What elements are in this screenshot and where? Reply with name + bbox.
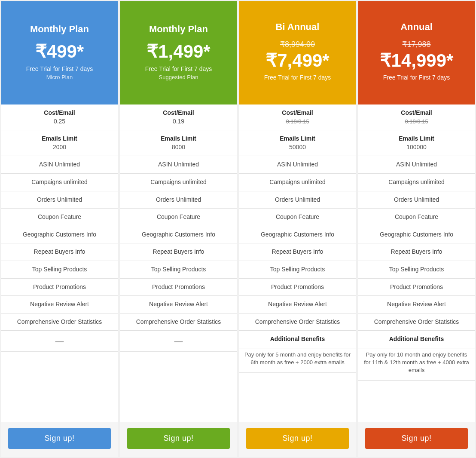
feature-row: Comprehensive Order Statistics bbox=[120, 314, 237, 331]
feature-row: Orders Unlimited bbox=[1, 191, 118, 209]
feature-row: Top Selling Products bbox=[239, 261, 356, 279]
signup-button-biannual[interactable]: Sign up! bbox=[246, 428, 349, 449]
signup-button-micro[interactable]: Sign up! bbox=[8, 428, 111, 449]
additional-benefits-label: Additional Benefits bbox=[358, 331, 475, 348]
feature-row: Repeat Buyers Info bbox=[120, 243, 237, 261]
plan-original-price: ₹17,988 bbox=[402, 40, 430, 49]
feature-row: Repeat Buyers Info bbox=[358, 243, 475, 261]
plan-features: Cost/Email0.18/0.15Emails Limit100000ASI… bbox=[358, 105, 475, 422]
plan-trial: Free Trial for First 7 days bbox=[383, 74, 450, 81]
plan-col-micro: Monthly Plan₹499*Free Trial for First 7 … bbox=[1, 1, 118, 457]
emails-limit-row: Emails Limit8000 bbox=[120, 130, 237, 156]
plan-header-annual: Annual₹17,988₹14,999*Free Trial for Firs… bbox=[358, 1, 475, 105]
plan-header-biannual: Bi Annual₹8,994.00₹7,499*Free Trial for … bbox=[239, 1, 356, 105]
plan-price: ₹1,499* bbox=[146, 42, 210, 61]
feature-row: Geographic Customers Info bbox=[239, 226, 356, 244]
feature-row: ASIN Unlimited bbox=[239, 156, 356, 174]
emails-limit-row: Emails Limit2000 bbox=[1, 130, 118, 156]
plan-footer: Sign up! bbox=[1, 422, 118, 457]
plan-original-price: ₹8,994.00 bbox=[280, 40, 315, 49]
feature-row: ASIN Unlimited bbox=[120, 156, 237, 174]
plan-price: ₹14,999* bbox=[380, 51, 454, 71]
feature-row: Negative Review Alert bbox=[1, 296, 118, 314]
feature-row: Orders Unlimited bbox=[239, 191, 356, 209]
feature-row: Comprehensive Order Statistics bbox=[1, 314, 118, 331]
plan-name: Bi Annual bbox=[276, 22, 320, 33]
no-additional-benefits: — bbox=[1, 331, 118, 352]
plan-price: ₹499* bbox=[35, 42, 84, 61]
plan-features: Cost/Email0.18/0.15Emails Limit50000ASIN… bbox=[239, 105, 356, 422]
feature-row: Comprehensive Order Statistics bbox=[358, 314, 475, 331]
feature-row: Top Selling Products bbox=[120, 261, 237, 279]
feature-row: Campaigns unlimited bbox=[120, 174, 237, 191]
cost-email-row: Cost/Email0.19 bbox=[120, 105, 237, 130]
feature-row: Geographic Customers Info bbox=[1, 226, 118, 244]
feature-row: Campaigns unlimited bbox=[239, 174, 356, 191]
feature-row: Product Promotions bbox=[1, 279, 118, 296]
feature-row: Coupon Feature bbox=[358, 209, 475, 226]
plan-footer: Sign up! bbox=[120, 422, 237, 457]
plan-name: Annual bbox=[400, 22, 433, 33]
feature-row: Orders Unlimited bbox=[358, 191, 475, 209]
feature-row: Coupon Feature bbox=[239, 209, 356, 226]
plan-trial: Free Trial for First 7 days bbox=[145, 65, 212, 72]
plan-col-annual: Annual₹17,988₹14,999*Free Trial for Firs… bbox=[358, 1, 475, 457]
plan-name: Monthly Plan bbox=[149, 24, 208, 35]
feature-row: Coupon Feature bbox=[120, 209, 237, 226]
plan-price: ₹7,499* bbox=[265, 51, 329, 71]
plan-header-suggested: Monthly Plan₹1,499*Free Trial for First … bbox=[120, 1, 237, 105]
plan-features: Cost/Email0.19Emails Limit8000ASIN Unlim… bbox=[120, 105, 237, 422]
no-additional-benefits: — bbox=[120, 331, 237, 352]
feature-row: Negative Review Alert bbox=[120, 296, 237, 314]
feature-row: Negative Review Alert bbox=[239, 296, 356, 314]
feature-row: ASIN Unlimited bbox=[358, 156, 475, 174]
cost-email-row: Cost/Email0.25 bbox=[1, 105, 118, 130]
plan-trial: Free Trial for First 7 days bbox=[264, 74, 331, 81]
feature-row: Geographic Customers Info bbox=[120, 226, 237, 244]
feature-row: Negative Review Alert bbox=[358, 296, 475, 314]
additional-benefits-text: Pay only for 10 month and enjoy benefits… bbox=[358, 348, 475, 381]
feature-row: Product Promotions bbox=[358, 279, 475, 296]
feature-row: Geographic Customers Info bbox=[358, 226, 475, 244]
plan-subtitle: Micro Plan bbox=[46, 74, 73, 80]
feature-row: Campaigns unlimited bbox=[358, 174, 475, 191]
plan-footer: Sign up! bbox=[358, 422, 475, 457]
additional-benefits-text: Pay only for 5 month and enjoy benefits … bbox=[239, 348, 356, 373]
plan-name: Monthly Plan bbox=[30, 24, 89, 35]
cost-email-row: Cost/Email0.18/0.15 bbox=[358, 105, 475, 130]
plan-footer: Sign up! bbox=[239, 422, 356, 457]
feature-row: Campaigns unlimited bbox=[1, 174, 118, 191]
signup-button-annual[interactable]: Sign up! bbox=[365, 428, 468, 449]
feature-row: Product Promotions bbox=[239, 279, 356, 296]
feature-row: Repeat Buyers Info bbox=[239, 243, 356, 261]
plan-trial: Free Trial for First 7 days bbox=[26, 65, 93, 72]
cost-email-row: Cost/Email0.18/0.15 bbox=[239, 105, 356, 130]
plan-features: Cost/Email0.25Emails Limit2000ASIN Unlim… bbox=[1, 105, 118, 422]
feature-row: ASIN Unlimited bbox=[1, 156, 118, 174]
feature-row: Comprehensive Order Statistics bbox=[239, 314, 356, 331]
plan-col-suggested: Monthly Plan₹1,499*Free Trial for First … bbox=[120, 1, 237, 457]
plan-header-micro: Monthly Plan₹499*Free Trial for First 7 … bbox=[1, 1, 118, 105]
plan-subtitle: Suggested Plan bbox=[159, 74, 198, 80]
emails-limit-row: Emails Limit50000 bbox=[239, 130, 356, 156]
feature-row: Top Selling Products bbox=[1, 261, 118, 279]
feature-row: Coupon Feature bbox=[1, 209, 118, 226]
pricing-table: Monthly Plan₹499*Free Trial for First 7 … bbox=[0, 0, 476, 458]
signup-button-suggested[interactable]: Sign up! bbox=[127, 428, 230, 449]
feature-row: Orders Unlimited bbox=[120, 191, 237, 209]
additional-benefits-label: Additional Benefits bbox=[239, 331, 356, 348]
feature-row: Repeat Buyers Info bbox=[1, 243, 118, 261]
plan-col-biannual: Bi Annual₹8,994.00₹7,499*Free Trial for … bbox=[239, 1, 356, 457]
emails-limit-row: Emails Limit100000 bbox=[358, 130, 475, 156]
feature-row: Top Selling Products bbox=[358, 261, 475, 279]
feature-row: Product Promotions bbox=[120, 279, 237, 296]
